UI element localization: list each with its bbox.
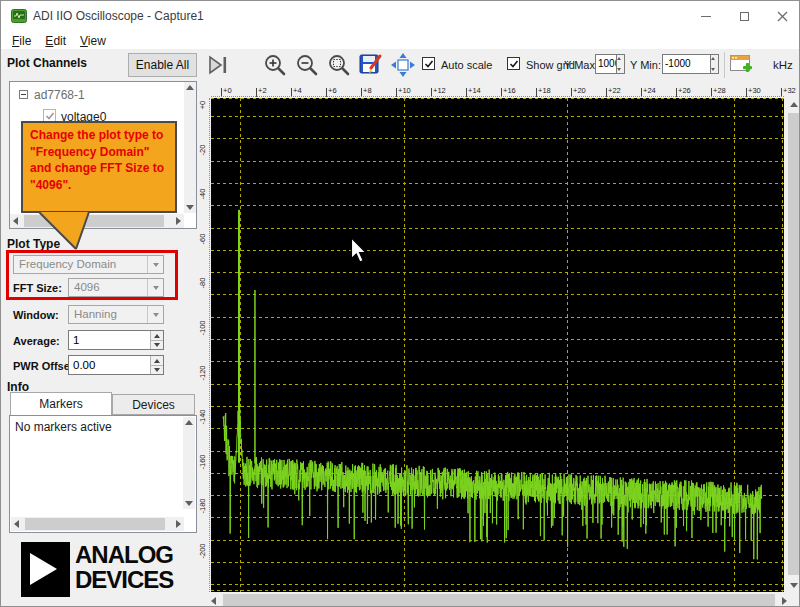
x-axis-tick <box>781 88 782 97</box>
tab-devices[interactable]: Devices <box>112 394 195 415</box>
show-grid-checkbox[interactable] <box>507 57 520 70</box>
x-axis-tick-label: +6 <box>328 86 337 95</box>
x-axis: +0+2+4+6+8+10+12+14+16+18+20+22+24+26+28… <box>211 85 791 98</box>
x-axis-tick-label: +28 <box>713 86 726 95</box>
x-axis-tick <box>361 88 362 97</box>
red-highlight-box <box>6 250 178 300</box>
average-value: 1 <box>73 334 79 346</box>
minimize-button[interactable] <box>689 1 723 31</box>
y-axis-tick-label: -80 <box>198 263 208 303</box>
y-max-input[interactable]: 1000 <box>595 54 617 74</box>
x-axis-tick-label: +4 <box>293 86 302 95</box>
average-spinbox[interactable]: 1 <box>68 330 164 350</box>
y-axis-tick-label: -200 <box>198 531 208 571</box>
y-axis-tick-label: -120 <box>198 353 208 393</box>
title-bar[interactable]: ADI IIO Oscilloscope - Capture1 <box>1 1 799 31</box>
x-axis-tick-label: +32 <box>783 86 796 95</box>
new-plot-icon[interactable] <box>729 53 754 78</box>
x-axis-tick <box>641 88 642 97</box>
y-min-input[interactable]: -1000 <box>662 54 711 74</box>
x-axis-tick <box>606 88 607 97</box>
y-min-label: Y Min: <box>630 59 661 71</box>
analog-devices-logo-icon <box>21 542 70 597</box>
x-axis-tick-label: +20 <box>573 86 586 95</box>
x-axis-tick-label: +0 <box>223 86 232 95</box>
x-axis-tick <box>746 88 747 97</box>
tab-markers[interactable]: Markers <box>10 392 112 415</box>
spinner-buttons[interactable] <box>150 331 163 349</box>
y-min-spinner[interactable] <box>711 54 719 74</box>
x-axis-tick <box>501 88 502 97</box>
pan-icon[interactable] <box>390 52 416 78</box>
y-axis-tick-label: -40 <box>198 174 208 214</box>
y-axis-tick-label: -160 <box>198 442 208 482</box>
close-button[interactable] <box>765 1 799 31</box>
x-axis-tick <box>221 88 222 97</box>
plot-horizontal-scrollbar[interactable] <box>207 593 791 607</box>
toolbar-separator <box>724 52 725 78</box>
markers-vertical-scrollbar[interactable] <box>183 417 195 509</box>
x-axis-tick <box>711 88 712 97</box>
y-axis-tick-label: -140 <box>198 397 208 437</box>
x-axis-tick-label: +30 <box>748 86 761 95</box>
x-axis-tick <box>256 88 257 97</box>
zoom-out-icon[interactable] <box>295 53 319 77</box>
x-axis-tick <box>326 88 327 97</box>
window-value: Hanning <box>74 308 117 320</box>
plot-vertical-scrollbar[interactable] <box>787 98 800 592</box>
device-tree-item[interactable]: ad7768-1 <box>34 88 85 102</box>
y-axis-tick-label: +0 <box>198 85 208 125</box>
x-axis-tick <box>466 88 467 97</box>
callout-tail <box>34 212 94 252</box>
tree-vertical-scrollbar[interactable] <box>184 82 196 213</box>
y-axis: +0-20-40-60-80-100-120-140-160-180-200 <box>198 98 211 592</box>
save-icon[interactable] <box>358 52 384 78</box>
x-axis-tick-label: +12 <box>433 86 446 95</box>
y-max-spinner[interactable] <box>617 54 625 74</box>
instruction-callout: Change the plot type to "Frequency Domai… <box>21 121 177 213</box>
zoom-fit-icon[interactable] <box>327 53 351 77</box>
markers-panel[interactable]: No markers active <box>9 415 197 533</box>
auto-scale-label: Auto scale <box>441 59 492 71</box>
logo-text-line2: DEVICES <box>75 568 173 592</box>
markers-horizontal-scrollbar[interactable] <box>11 517 184 531</box>
check-icon <box>424 59 434 69</box>
y-axis-tick-label: -60 <box>198 219 208 259</box>
y-axis-tick-label: -100 <box>198 308 208 348</box>
y-axis-tick-label: -180 <box>198 486 208 526</box>
x-axis-tick-label: +14 <box>468 86 481 95</box>
mouse-cursor <box>350 237 368 263</box>
menu-view[interactable]: View <box>73 33 113 49</box>
oscilloscope-app-icon <box>11 8 27 24</box>
auto-scale-checkbox[interactable] <box>422 57 435 70</box>
maximize-button[interactable] <box>727 1 761 31</box>
close-icon <box>777 11 788 22</box>
logo-text-line1: ANALOG <box>75 543 173 567</box>
x-axis-tick <box>571 88 572 97</box>
menu-edit[interactable]: Edit <box>38 33 73 49</box>
pwr-offset-value: 0.00 <box>73 359 95 371</box>
capture-play-icon[interactable] <box>207 54 229 76</box>
x-axis-unit-label: kHz <box>773 59 793 71</box>
zoom-in-icon[interactable] <box>263 53 287 77</box>
pwr-offset-spinbox[interactable]: 0.00 <box>68 355 164 375</box>
y-max-label: Y Max: <box>564 59 598 71</box>
spinner-buttons[interactable] <box>150 356 163 374</box>
menu-file[interactable]: File <box>5 33 38 49</box>
x-axis-tick-label: +18 <box>538 86 551 95</box>
app-window: ADI IIO Oscilloscope - Capture1 FileEdit… <box>0 0 800 607</box>
window-label: Window: <box>13 309 59 321</box>
x-axis-tick <box>536 88 537 97</box>
fft-plot-canvas[interactable] <box>211 98 784 592</box>
x-axis-tick <box>431 88 432 97</box>
x-axis-tick <box>396 88 397 97</box>
check-icon <box>45 111 55 121</box>
y-axis-tick-label: -20 <box>198 130 208 170</box>
x-axis-tick-label: +8 <box>363 86 372 95</box>
tree-expander-icon[interactable] <box>19 90 28 99</box>
x-axis-tick-label: +26 <box>678 86 691 95</box>
enable-all-button[interactable]: Enable All <box>128 53 197 77</box>
check-icon <box>509 59 519 69</box>
x-axis-tick <box>676 88 677 97</box>
window-dropdown[interactable]: Hanning <box>68 305 164 324</box>
